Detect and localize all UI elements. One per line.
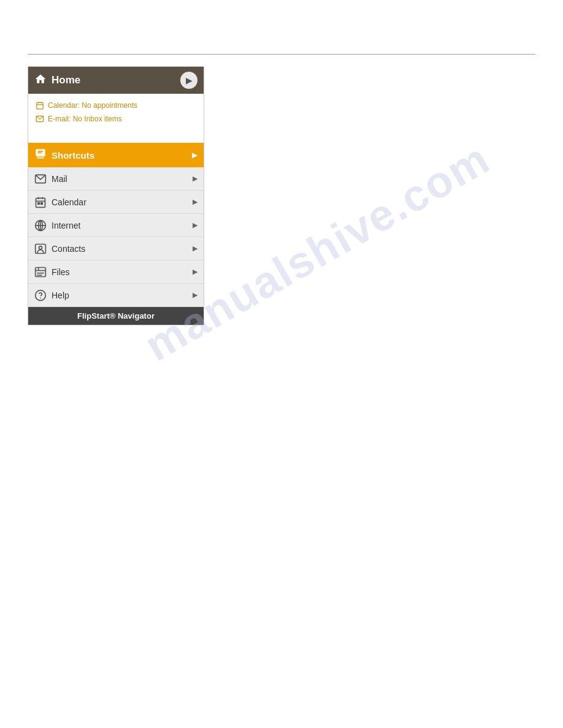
shortcuts-arrow-icon: ▶ (192, 151, 197, 159)
help-icon (34, 289, 47, 301)
svg-rect-14 (38, 202, 40, 204)
menu-item-contacts[interactable]: Contacts ▶ (28, 237, 204, 260)
menu-item-mail-left: Mail (34, 173, 67, 185)
shortcuts-header[interactable]: Shortcuts ▶ (28, 143, 204, 167)
top-divider (28, 54, 535, 55)
calendar-arrow-icon: ▶ (193, 198, 197, 206)
calendar-small-icon (36, 101, 44, 110)
menu-item-files-left: Files (34, 266, 70, 278)
contacts-icon (34, 243, 47, 255)
email-link[interactable]: E-mail: No Inbox items (36, 112, 196, 126)
files-icon (34, 266, 47, 278)
email-small-icon (36, 115, 44, 123)
calendar-link-text: Calendar: No appointments (48, 101, 137, 110)
svg-rect-26 (37, 275, 42, 276)
shortcuts-label: Shortcuts (52, 150, 94, 161)
footer-label: FlipStart® Navigator (77, 311, 155, 320)
svg-point-21 (39, 246, 42, 249)
home-header-left: Home (34, 73, 80, 88)
shortcuts-header-left: Shortcuts (34, 148, 94, 162)
svg-rect-0 (37, 102, 44, 109)
menu-item-calendar-left: Calendar (34, 196, 86, 208)
menu-item-mail[interactable]: Mail ▶ (28, 167, 204, 191)
contacts-arrow-icon: ▶ (193, 245, 197, 252)
home-nav-arrow-button[interactable]: ▶ (180, 72, 197, 89)
internet-icon (34, 219, 47, 232)
mail-arrow-icon: ▶ (193, 175, 197, 183)
mail-icon (34, 173, 47, 185)
calendar-link[interactable]: Calendar: No appointments (36, 99, 196, 112)
mail-label: Mail (52, 174, 67, 184)
menu-item-help[interactable]: Help ▶ (28, 284, 204, 307)
help-arrow-icon: ▶ (193, 291, 197, 299)
svg-rect-25 (37, 272, 44, 273)
internet-label: Internet (52, 221, 80, 230)
menu-item-contacts-left: Contacts (34, 243, 85, 255)
menu-item-internet[interactable]: Internet ▶ (28, 214, 204, 237)
navigator-footer: FlipStart® Navigator (28, 307, 204, 325)
home-label: Home (52, 74, 80, 86)
menu-item-help-left: Help (34, 289, 69, 301)
internet-arrow-icon: ▶ (193, 221, 197, 229)
email-link-text: E-mail: No Inbox items (48, 115, 122, 123)
home-content: Calendar: No appointments E-mail: No Inb… (28, 94, 204, 143)
menu-item-files[interactable]: Files ▶ (28, 260, 204, 284)
contacts-label: Contacts (52, 244, 85, 254)
menu-item-internet-left: Internet (34, 219, 80, 232)
files-label: Files (52, 267, 70, 277)
calendar-label: Calendar (52, 197, 86, 207)
shortcuts-icon (34, 148, 47, 162)
menu-item-calendar[interactable]: Calendar ▶ (28, 191, 204, 214)
navigator-panel: Home ▶ Calendar: No appointments E-mail:… (28, 66, 204, 325)
calendar-icon (34, 196, 47, 208)
home-icon (34, 73, 47, 88)
home-header: Home ▶ (28, 67, 204, 94)
svg-point-28 (40, 297, 41, 298)
files-arrow-icon: ▶ (193, 268, 197, 276)
svg-rect-15 (41, 202, 43, 204)
help-label: Help (52, 290, 69, 300)
